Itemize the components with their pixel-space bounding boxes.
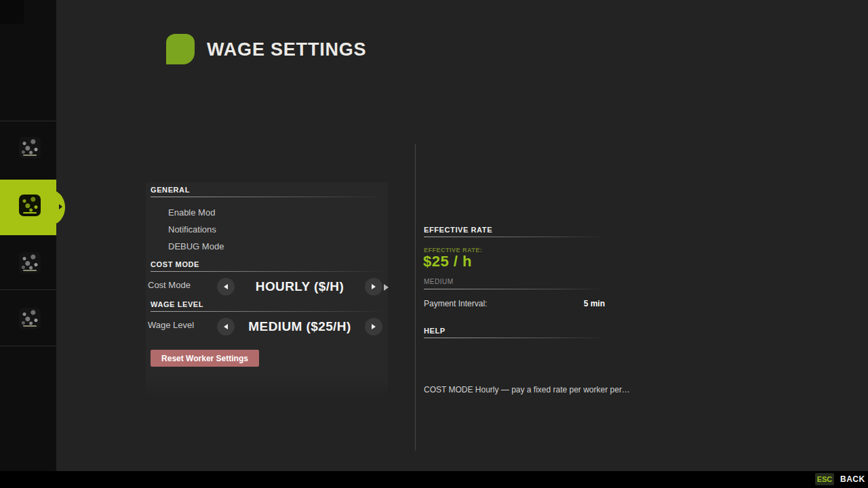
mod-icon-caption <box>23 325 37 327</box>
sidebar-divider <box>0 346 56 346</box>
page-title: WAGE SETTINGS <box>207 39 366 60</box>
app-leaf-logo-icon <box>166 34 195 64</box>
mod-icon <box>19 252 41 274</box>
mod-icon-caption <box>23 212 37 214</box>
sidebar-divider <box>0 121 56 121</box>
mod-icon-caption <box>23 270 37 271</box>
section-underline <box>151 271 384 272</box>
section-underline <box>424 237 605 237</box>
cost-mode-label: Cost Mode <box>148 280 191 290</box>
chevron-left-icon <box>224 284 228 289</box>
mod-icon <box>19 308 41 329</box>
wage-settings-screen: WAGE SETTINGS GENERAL Enable Mod Notific… <box>0 0 868 488</box>
chevron-right-icon <box>372 284 376 289</box>
sidebar-item-mod-selected[interactable] <box>0 180 56 235</box>
sidebar-top-square <box>0 0 24 24</box>
mouse-cursor-icon <box>384 284 389 291</box>
sidebar-item-mod-4[interactable] <box>19 308 41 329</box>
back-button[interactable]: BACK <box>840 474 865 484</box>
wage-level-value: MEDIUM ($25/H) <box>239 319 361 334</box>
chevron-right-icon <box>372 324 376 329</box>
section-underline <box>151 311 384 312</box>
cost-mode-next-button[interactable] <box>365 278 382 296</box>
cost-mode-prev-button[interactable] <box>217 278 235 296</box>
mod-sidebar <box>0 0 56 488</box>
chevron-left-icon <box>224 324 228 329</box>
section-header-general: GENERAL <box>151 186 190 194</box>
wage-level-prev-button[interactable] <box>217 318 235 336</box>
section-underline <box>424 338 605 338</box>
setting-item-notifications[interactable]: Notifications <box>168 224 216 235</box>
panel-divider <box>415 144 416 451</box>
sidebar-item-mod-1[interactable] <box>19 137 41 159</box>
mod-icon-caption <box>23 155 37 156</box>
wage-level-next-button[interactable] <box>365 318 382 336</box>
effective-rate-value: $25 / h <box>423 253 472 270</box>
wage-level-label: Wage Level <box>148 320 194 330</box>
setting-item-debug-mode[interactable]: DEBUG Mode <box>168 241 224 251</box>
esc-key-button[interactable]: ESC <box>815 473 834 485</box>
sidebar-item-mod-3[interactable] <box>19 252 41 274</box>
payment-interval-row: Payment Interval: 5 min <box>424 299 605 308</box>
mod-icon <box>19 137 41 159</box>
bottom-bar: ESC BACK <box>0 471 868 488</box>
section-header-help: HELP <box>424 327 446 335</box>
sidebar-divider <box>0 289 56 290</box>
mod-icon <box>19 195 41 216</box>
section-header-effective-rate: EFFECTIVE RATE <box>424 226 492 234</box>
cost-mode-value: HOURLY ($/H) <box>239 279 361 294</box>
chevron-right-icon <box>59 204 62 209</box>
payment-interval-label: Payment Interval: <box>424 299 487 308</box>
section-underline <box>424 289 605 289</box>
setting-item-enable-mod[interactable]: Enable Mod <box>168 207 215 218</box>
section-header-cost-mode: COST MODE <box>151 260 199 268</box>
wage-level-tag: MEDIUM <box>424 278 454 285</box>
section-header-wage-level: WAGE LEVEL <box>151 300 203 308</box>
section-underline <box>151 197 384 197</box>
help-text: COST MODE Hourly — pay a fixed rate per … <box>424 385 630 394</box>
reset-worker-settings-button[interactable]: Reset Worker Settings <box>151 350 259 367</box>
payment-interval-value: 5 min <box>584 299 605 308</box>
